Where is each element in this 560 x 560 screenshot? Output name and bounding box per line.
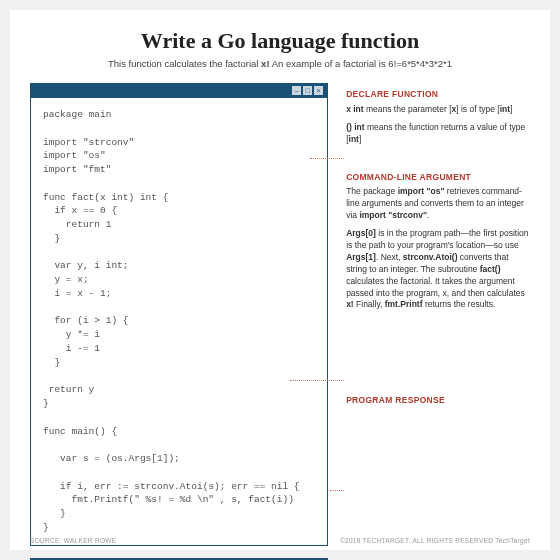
window-close-icon: × [314,86,323,95]
annotation-cli: COMMAND-LINE ARGUMENT The package import… [346,172,530,312]
content-row: – □ × package main import "strconv" impo… [30,83,530,560]
footer-copyright: ©2018 TECHTARGET. ALL RIGHTS RESERVED Te… [340,537,530,544]
annotation-text: Args[0] is in the program path—the first… [346,228,530,311]
code-column: – □ × package main import "strconv" impo… [30,83,328,560]
footer-source: SOURCE: WALKER ROWE [30,537,116,544]
window-buttons: – □ × [292,86,323,95]
annotation-heading: DECLARE FUNCTION [346,89,530,101]
diagram-page: Write a Go language function This functi… [10,10,550,550]
annotation-heading: PROGRAM RESPONSE [346,395,530,407]
page-title: Write a Go language function [30,28,530,54]
window-max-icon: □ [303,86,312,95]
connector-line [290,380,344,381]
connector-line [310,158,344,159]
window-min-icon: – [292,86,301,95]
annotation-text: () int means the function returns a valu… [346,122,530,146]
annotation-column: DECLARE FUNCTION x int means the paramet… [346,83,530,560]
window-titlebar: – □ × [31,84,327,98]
annotation-heading: COMMAND-LINE ARGUMENT [346,172,530,184]
annotation-declare: DECLARE FUNCTION x int means the paramet… [346,89,530,146]
code-main: package main import "strconv" import "os… [31,98,327,545]
page-subtitle: This function calculates the factorial x… [30,58,530,69]
code-window-main: – □ × package main import "strconv" impo… [30,83,328,546]
annotation-text: The package import "os" retrieves comman… [346,186,530,222]
page-footer: SOURCE: WALKER ROWE ©2018 TECHTARGET. AL… [30,537,530,544]
annotation-text: x int means the parameter [x] is of type… [346,104,530,116]
annotation-response: PROGRAM RESPONSE [346,395,530,407]
connector-line [330,490,344,491]
